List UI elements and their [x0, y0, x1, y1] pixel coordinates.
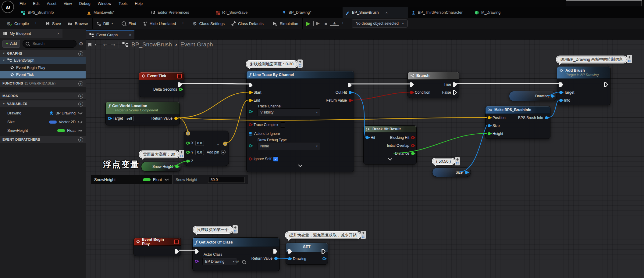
initial-overlap-row[interactable]: Initial Overlap — [387, 143, 414, 149]
comment-snow-max[interactable]: 雪面最大高度：30 — [139, 150, 179, 158]
exec-in-row[interactable] — [288, 248, 292, 255]
bool-pin[interactable] — [411, 144, 414, 147]
exec-pin[interactable] — [410, 82, 414, 87]
comment-add-brush[interactable]: 调用BP_Drawing 画板中的绘制信息 — [556, 56, 627, 63]
trace-complex-row[interactable]: Trace Complex — [249, 122, 285, 128]
info-row[interactable]: Info — [559, 97, 570, 103]
exec-pin[interactable] — [453, 82, 457, 87]
menu-view[interactable]: View — [60, 0, 76, 7]
bool-pin[interactable] — [249, 157, 252, 161]
menu-tools[interactable]: Tools — [115, 0, 131, 7]
exec-out-row[interactable] — [175, 248, 179, 255]
trace-complex-checkbox[interactable] — [280, 122, 285, 128]
vector-output-pin[interactable] — [223, 142, 227, 146]
node-make-bps-brushinfo[interactable]: Make BPS_BrushInfo Position BPS Brush In… — [485, 106, 550, 139]
tab-rt-snowsave[interactable]: RT_SnowSave — [213, 7, 251, 18]
add-macro-icon[interactable]: + — [78, 94, 83, 99]
eye-closed-icon[interactable] — [164, 178, 169, 181]
exec-pin[interactable] — [348, 83, 352, 87]
hide-unrelated-options-icon[interactable]: ⋮ — [180, 21, 187, 26]
search-input[interactable] — [32, 41, 73, 46]
close-tab-icon[interactable]: × — [386, 10, 388, 15]
comment-attachment[interactable] — [233, 225, 238, 233]
node-event-begin-play[interactable]: Event Begin Play — [133, 238, 181, 256]
add-dispatcher-icon[interactable]: + — [78, 137, 83, 142]
search-box[interactable] — [23, 40, 76, 48]
trace-channel-dropdown[interactable]: Visibility ▾ — [258, 108, 320, 116]
target-row[interactable]: Target self — [108, 115, 134, 121]
debug-object-dropdown[interactable]: No debug object selected ▾ — [352, 20, 408, 27]
save-button[interactable]: Save — [42, 18, 65, 29]
eye-closed-icon[interactable] — [78, 121, 83, 124]
actors-to-ignore-row[interactable]: Actors to Ignore — [249, 131, 280, 137]
add-variable-icon[interactable]: + — [78, 102, 83, 107]
compile-button[interactable]: ⚙✓ Compile — [3, 18, 32, 29]
event-graph-tab[interactable]: Event Graph × — [86, 30, 134, 39]
distance-row[interactable]: Distance — [395, 150, 414, 157]
ignore-self-checkbox[interactable]: ✓ — [273, 157, 278, 162]
comment-first-of-class[interactable]: 只获取类的第一个 — [193, 226, 233, 234]
start-row[interactable]: Start — [249, 89, 261, 96]
comment-attachment[interactable] — [179, 150, 184, 158]
tab-bp-thirdpersoncharacter[interactable]: BP_ThirdPersonCharacter — [408, 7, 466, 18]
true-row[interactable]: True — [444, 81, 457, 88]
eye-closed-icon[interactable] — [78, 112, 83, 115]
exec-pin[interactable] — [175, 249, 179, 254]
macros-section-header[interactable]: MACROS + — [0, 92, 86, 99]
end-row[interactable]: End — [249, 97, 260, 103]
exec-pin[interactable] — [249, 83, 253, 87]
object-pin[interactable] — [559, 99, 562, 102]
variable-row-size[interactable]: Size Vector 2D — [0, 118, 86, 126]
menu-file[interactable]: File — [16, 0, 29, 7]
menu-window[interactable]: Window — [94, 0, 115, 7]
vector-pin[interactable] — [249, 91, 252, 94]
x-value-box[interactable]: 0.0 — [195, 141, 204, 146]
object-pin[interactable] — [559, 91, 562, 94]
stop-button[interactable]: ■ — [322, 21, 330, 26]
blocking-hit-row[interactable]: Blocking Hit — [390, 135, 414, 141]
self-value-box[interactable]: self — [125, 116, 134, 121]
variable-row-drawing[interactable]: Drawing BP Drawing — [0, 109, 86, 117]
exec-pin[interactable] — [559, 82, 563, 87]
details-left[interactable]: SnowHeight Float — [91, 175, 173, 184]
close-panel-icon[interactable]: × — [57, 31, 59, 36]
object-out-pin[interactable] — [322, 257, 326, 260]
compile-options-icon[interactable]: ⋮ — [32, 21, 40, 26]
condition-row[interactable]: Condition — [410, 89, 430, 96]
node-branch[interactable]: Branch True Condition False — [407, 72, 459, 98]
play-options-icon[interactable]: ⋮ — [339, 21, 347, 26]
eye-closed-icon[interactable] — [78, 129, 83, 132]
chevron-down-icon[interactable]: ▾ — [95, 43, 96, 46]
float-pin[interactable] — [175, 165, 178, 168]
graphs-section-header[interactable]: ▼ GRAPHS + — [0, 50, 86, 57]
class-pin[interactable] — [195, 260, 198, 263]
target-row[interactable]: Target — [559, 89, 574, 96]
vector-pin[interactable] — [488, 116, 491, 119]
sidebar-item-eventgraph[interactable]: ▼ EventGraph — [0, 57, 86, 64]
node-get-drawing[interactable]: Drawing — [509, 91, 557, 101]
exec-pin[interactable] — [604, 82, 608, 87]
exec-in-row[interactable] — [249, 82, 253, 88]
exec-pin[interactable] — [178, 82, 182, 87]
simulation-button[interactable]: Simulation — [269, 18, 302, 29]
diff-button[interactable]: Diff ▾ — [94, 18, 116, 29]
close-graph-tab-icon[interactable]: × — [129, 33, 131, 37]
float-pin[interactable] — [186, 151, 189, 154]
exec-in-row[interactable] — [410, 81, 414, 88]
node-break-hit-result[interactable]: Break Hit Result Hit Blocking Hit Initia… — [363, 125, 417, 164]
forward-arrow-icon[interactable]: → — [111, 42, 115, 48]
delta-seconds-row[interactable]: Delta Seconds — [153, 86, 182, 92]
object-pin[interactable] — [551, 95, 554, 98]
actor-class-dropdown[interactable]: BP Drawing ▾ — [202, 258, 237, 265]
node-get-snow-height[interactable]: Snow Height — [141, 162, 181, 171]
event-graph-canvas[interactable]: ▾ ← → BP_SnowBrush › Event Graph — [86, 39, 644, 278]
tab-bps-brushinfo[interactable]: BPS_BrushInfo — [18, 7, 57, 18]
menu-help[interactable]: Help — [131, 0, 146, 7]
comment-attachment[interactable] — [297, 60, 303, 68]
object-pin[interactable] — [488, 124, 491, 127]
object-pin[interactable] — [108, 117, 111, 120]
tab-mainlevels[interactable]: MainLevels* — [84, 7, 117, 18]
node-get-world-location[interactable]: ƒ Get World Location Target is Scene Com… — [105, 102, 180, 125]
menu-debug[interactable]: Debug — [76, 0, 94, 7]
frame-skip-button[interactable]: ▶ — [313, 21, 322, 26]
